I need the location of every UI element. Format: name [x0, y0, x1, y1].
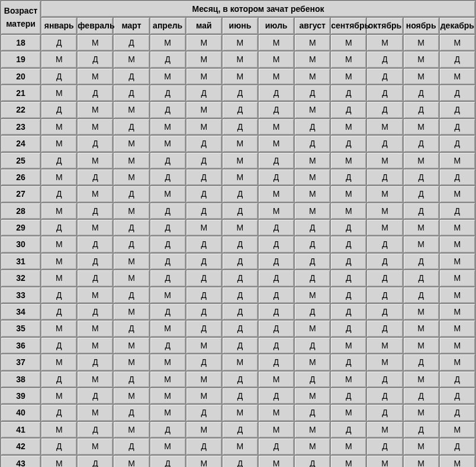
value-cell: М	[258, 34, 294, 51]
value-cell: М	[330, 152, 366, 169]
value-cell: М	[150, 287, 186, 303]
value-cell: М	[439, 34, 475, 51]
value-cell: М	[186, 388, 222, 404]
value-cell: Д	[186, 185, 222, 202]
value-cell: Д	[222, 388, 258, 404]
value-cell: М	[330, 185, 366, 202]
value-cell: М	[294, 438, 330, 455]
value-cell: Д	[330, 253, 366, 270]
header-month: сентябрь	[330, 17, 366, 34]
value-cell: М	[186, 455, 222, 467]
value-cell: М	[113, 270, 149, 286]
value-cell: Д	[294, 219, 330, 236]
value-cell: Д	[150, 203, 186, 219]
value-cell: М	[258, 203, 294, 219]
value-cell: М	[77, 68, 113, 85]
value-cell: Д	[186, 320, 222, 337]
value-cell: М	[439, 421, 475, 438]
value-cell: М	[113, 303, 149, 320]
value-cell: Д	[294, 135, 330, 152]
value-cell: М	[294, 388, 330, 404]
table-row: 21МДДДДДДДДДДД	[1, 85, 475, 101]
value-cell: Д	[403, 169, 439, 185]
value-cell: М	[186, 101, 222, 118]
header-month: май	[186, 17, 222, 34]
value-cell: М	[41, 320, 77, 337]
value-cell: М	[150, 354, 186, 370]
value-cell: М	[366, 119, 403, 135]
age-cell: 18	[1, 34, 41, 51]
value-cell: М	[330, 34, 366, 51]
value-cell: М	[41, 236, 77, 252]
gender-prediction-table: Возраст матери Месяц, в котором зачат ре…	[0, 0, 476, 467]
value-cell: М	[77, 219, 113, 236]
value-cell: Д	[186, 270, 222, 286]
value-cell: Д	[150, 85, 186, 101]
value-cell: Д	[439, 203, 475, 219]
value-cell: Д	[77, 169, 113, 185]
value-cell: М	[330, 51, 366, 68]
value-cell: М	[330, 404, 366, 421]
header-month: декабрь	[439, 17, 475, 34]
value-cell: М	[366, 337, 403, 354]
value-cell: Д	[77, 388, 113, 404]
value-cell: М	[403, 68, 439, 85]
value-cell: Д	[41, 287, 77, 303]
value-cell: М	[403, 371, 439, 388]
value-cell: М	[294, 421, 330, 438]
value-cell: Д	[113, 404, 149, 421]
value-cell: М	[258, 119, 294, 135]
value-cell: Д	[186, 169, 222, 185]
value-cell: М	[77, 185, 113, 202]
value-cell: М	[403, 320, 439, 337]
value-cell: М	[330, 337, 366, 354]
value-cell: М	[294, 51, 330, 68]
value-cell: М	[113, 253, 149, 270]
value-cell: Д	[77, 303, 113, 320]
table-row: 32МДМДДДДДДДДМ	[1, 270, 475, 286]
table-row: 30МДДДДДДДДДММ	[1, 236, 475, 252]
value-cell: М	[41, 135, 77, 152]
age-cell: 29	[1, 219, 41, 236]
value-cell: М	[186, 371, 222, 388]
table-row: 35ММДМДДДМДДММ	[1, 320, 475, 337]
value-cell: М	[258, 404, 294, 421]
value-cell: М	[403, 34, 439, 51]
value-cell: Д	[150, 455, 186, 467]
value-cell: М	[330, 203, 366, 219]
value-cell: Д	[222, 185, 258, 202]
age-cell: 34	[1, 303, 41, 320]
value-cell: Д	[258, 236, 294, 252]
value-cell: Д	[294, 270, 330, 286]
value-cell: М	[258, 371, 294, 388]
value-cell: Д	[366, 270, 403, 286]
value-cell: Д	[258, 438, 294, 455]
age-cell: 24	[1, 135, 41, 152]
age-cell: 40	[1, 404, 41, 421]
value-cell: Д	[294, 404, 330, 421]
value-cell: М	[77, 101, 113, 118]
value-cell: Д	[222, 119, 258, 135]
value-cell: М	[77, 34, 113, 51]
value-cell: Д	[439, 169, 475, 185]
value-cell: М	[439, 337, 475, 354]
table-row: 23ММДММДМДМММД	[1, 119, 475, 135]
value-cell: М	[113, 354, 149, 370]
value-cell: Д	[186, 236, 222, 252]
value-cell: Д	[403, 101, 439, 118]
value-cell: Д	[403, 85, 439, 101]
value-cell: Д	[403, 135, 439, 152]
value-cell: Д	[330, 101, 366, 118]
value-cell: М	[222, 404, 258, 421]
value-cell: М	[41, 169, 77, 185]
value-cell: Д	[41, 303, 77, 320]
table-row: 42ДМДМДМДММДМД	[1, 438, 475, 455]
value-cell: М	[113, 203, 149, 219]
value-cell: М	[403, 236, 439, 252]
value-cell: М	[294, 203, 330, 219]
value-cell: Д	[439, 119, 475, 135]
table-row: 20ДМДММММММДММ	[1, 68, 475, 85]
value-cell: Д	[150, 152, 186, 169]
header-month: октябрь	[366, 17, 403, 34]
value-cell: Д	[186, 287, 222, 303]
